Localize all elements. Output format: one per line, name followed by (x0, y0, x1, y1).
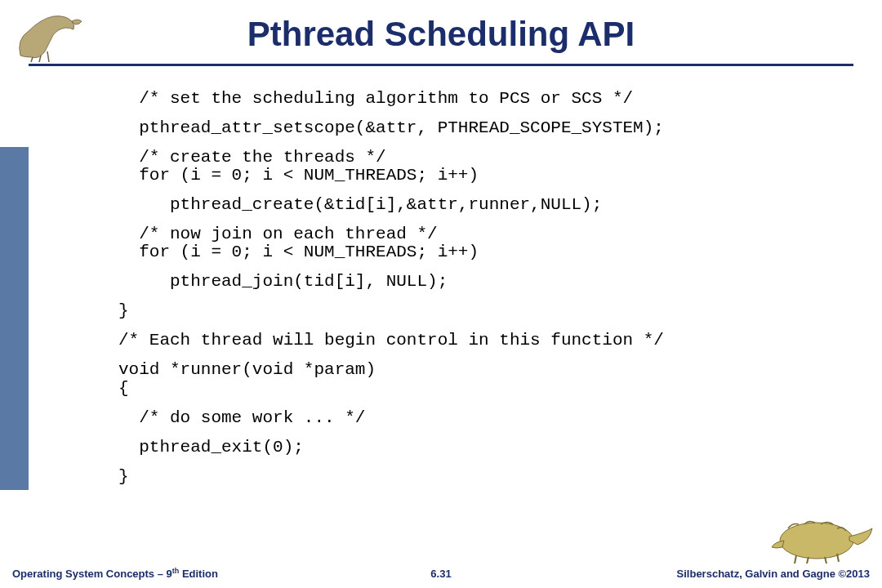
code-line: { (118, 380, 858, 398)
footer: Operating System Concepts – 9th Edition … (0, 559, 882, 580)
code-line: /* do some work ... */ (118, 409, 858, 427)
slide-title: Pthread Scheduling API (0, 15, 882, 54)
slide-number: 6.31 (430, 568, 451, 580)
code-line: void *runner(void *param) (118, 361, 858, 379)
code-line: pthread_create(&tid[i],&attr,runner,NULL… (118, 196, 858, 214)
code-line: } (118, 302, 858, 320)
code-line: /* set the scheduling algorithm to PCS o… (118, 90, 858, 108)
dinosaur-bottom-icon (768, 500, 874, 565)
left-accent-bar (0, 147, 29, 490)
slide: Pthread Scheduling API /* set the schedu… (0, 0, 882, 588)
code-line: /* create the threads */ (118, 149, 858, 167)
title-underline (29, 64, 853, 66)
code-line: for (i = 0; i < NUM_THREADS; i++) (118, 243, 858, 261)
code-line: pthread_attr_setscope(&attr, PTHREAD_SCO… (118, 119, 858, 137)
footer-left: Operating System Concepts – 9th Edition (12, 567, 218, 580)
book-title-part-b: Edition (179, 568, 218, 580)
code-line: pthread_exit(0); (118, 439, 858, 457)
code-line: /* now join on each thread */ (118, 225, 858, 243)
code-block: /* set the scheduling algorithm to PCS o… (118, 90, 858, 497)
book-title-part-a: Operating System Concepts – 9 (12, 568, 172, 580)
edition-ordinal: th (172, 567, 180, 575)
code-line: /* Each thread will begin control in thi… (118, 332, 858, 350)
copyright: Silberschatz, Galvin and Gagne ©2013 (677, 568, 870, 580)
code-line: pthread_join(tid[i], NULL); (118, 273, 858, 291)
code-line: } (118, 468, 858, 486)
code-line: for (i = 0; i < NUM_THREADS; i++) (118, 167, 858, 185)
